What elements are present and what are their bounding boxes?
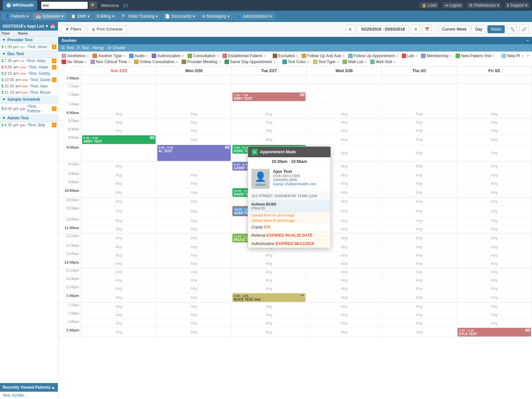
patients-menu[interactable]: 👤 Patients ▾ <box>1 13 32 20</box>
cell-sun-700[interactable] <box>81 75 157 83</box>
cell-mon-1045[interactable]: Any <box>157 217 232 225</box>
cell-fri-715[interactable] <box>457 84 532 92</box>
cell-fri-745[interactable] <box>457 102 532 110</box>
cell-thu-1215[interactable]: Any <box>382 268 457 276</box>
remove-new-pt-button[interactable]: ✕ <box>521 54 524 58</box>
cell-sun-1230[interactable]: Any <box>81 276 157 284</box>
cell-thu-1115[interactable]: Any <box>382 233 457 243</box>
appt-al-test[interactable]: 9:00 - 9:30 AL TEST DT <box>157 145 231 161</box>
cell-wed-815[interactable]: Any <box>307 118 382 126</box>
cell-wed-800[interactable]: Any <box>307 110 382 118</box>
list-item[interactable]: $ 10:30 am new ¹Test, Ajax <box>0 83 58 89</box>
cell-thu-1015[interactable]: Any <box>382 198 457 205</box>
remove-provider-meeting-button[interactable]: ✕ <box>218 60 221 64</box>
cell-thu-800[interactable]: Any <box>382 110 457 118</box>
cell-mon-815[interactable]: Any <box>157 118 232 126</box>
remove-consultation-button[interactable]: ✕ <box>216 54 219 58</box>
cell-sun-900[interactable] <box>81 145 157 161</box>
recently-viewed-item[interactable]: Test, Achille ... <box>0 392 58 399</box>
remove-follow-up-appt-button[interactable]: ✕ <box>396 54 398 58</box>
cell-thu-830[interactable]: Any <box>382 127 457 135</box>
cell-tue-800[interactable]: Any <box>232 110 307 118</box>
cell-thu-915[interactable]: Any <box>382 162 457 171</box>
cell-tue-715[interactable] <box>232 84 307 92</box>
cell-fri-1145[interactable]: Any <box>457 251 532 259</box>
cell-thu-1045[interactable]: Any <box>382 217 457 225</box>
list-item[interactable]: $ 9:00 am new ¹Test, Hope ≡ <box>0 64 58 70</box>
cell-thu-200[interactable]: Any <box>382 328 457 337</box>
note-icon[interactable]: ≡ <box>52 45 57 49</box>
cell-mon-915[interactable] <box>157 162 232 171</box>
cell-sun-130[interactable]: Any <box>81 311 157 319</box>
cell-mon-830[interactable]: Any <box>157 127 232 135</box>
cell-fri-1100[interactable]: Any <box>457 225 532 233</box>
upload-front-card-link[interactable]: Upload front of card image <box>248 212 331 218</box>
cell-mon-1100[interactable]: Any <box>157 225 232 233</box>
cell-fri-700[interactable] <box>457 75 532 83</box>
remove-new-patient-visit-button[interactable]: ✕ <box>492 54 495 58</box>
cell-sun-1115[interactable]: Any <box>81 233 157 243</box>
cell-sun-915[interactable]: Any <box>81 162 157 171</box>
cell-wed-715[interactable] <box>307 84 382 92</box>
cell-sun-715[interactable] <box>81 84 157 92</box>
week-view-button[interactable]: Week <box>487 25 505 33</box>
cell-mon-745[interactable] <box>157 102 232 110</box>
cell-sun-730[interactable] <box>81 92 157 101</box>
cell-mon-200[interactable]: Any <box>157 328 232 337</box>
calendar-picker-button[interactable]: 📅 <box>422 25 432 34</box>
cell-mon-845[interactable]: Any <box>157 135 232 144</box>
print-schedule-button[interactable]: 🖨 Print Schedule <box>88 25 126 33</box>
upload-photo-link[interactable]: upload <box>255 183 265 187</box>
cell-sun-1015[interactable]: Any <box>81 198 157 205</box>
cell-thu-1245[interactable]: Any <box>382 285 457 293</box>
cell-tue-1145[interactable]: Any <box>232 251 307 259</box>
cell-fri-815[interactable]: Any <box>457 118 532 126</box>
upload-back-card-link[interactable]: Upload back of card image <box>248 218 331 223</box>
cell-thu-100[interactable]: Any <box>382 293 457 302</box>
remove-another-type-button[interactable]: ✕ <box>123 54 126 58</box>
cell-fri-1000[interactable]: Any <box>457 188 532 197</box>
cell-fri-845[interactable]: Any <box>457 135 532 144</box>
cell-tue-145[interactable]: Any <box>232 319 307 327</box>
cell-sun-830[interactable]: Any <box>81 127 157 135</box>
cell-fri-900[interactable]: Any <box>457 145 532 161</box>
list-item[interactable]: $ 7:30 am est ²Test, Abby ≡ <box>0 58 58 64</box>
calendar-icon[interactable]: 📅 <box>50 24 55 29</box>
remove-authorization-button[interactable]: ✕ <box>182 54 184 58</box>
cell-tue-730[interactable]: 7:30 - 7:45 ABBY TEST DT <box>232 92 307 101</box>
cell-sun-1030[interactable]: Any <box>81 206 157 216</box>
preferences-button[interactable]: ⚙ Preferences ▾ <box>467 2 501 8</box>
documents-menu[interactable]: 📄 Documents ▾ <box>162 13 198 20</box>
logout-button[interactable]: ➜ Logout <box>443 2 464 8</box>
messaging-menu[interactable]: ✉ Messaging ▾ <box>199 13 233 20</box>
remove-non-clinical-button[interactable]: ✕ <box>128 60 131 64</box>
cell-thu-945[interactable]: Any <box>382 180 457 188</box>
cell-wed-1245[interactable]: Any <box>307 285 382 293</box>
cell-fri-830[interactable]: Any <box>457 127 532 135</box>
note-icon[interactable]: ≡ <box>52 59 57 63</box>
cell-wed-130[interactable]: Any <box>307 311 382 319</box>
cell-thu-900[interactable]: Any <box>382 145 457 161</box>
remove-excluded-button[interactable]: ✕ <box>296 54 298 58</box>
cell-mon-700[interactable] <box>157 75 232 83</box>
cell-mon-1145[interactable]: Any <box>157 251 232 259</box>
cell-thu-700[interactable] <box>382 75 457 83</box>
filter-icon[interactable]: ▼ <box>45 24 49 29</box>
cell-mon-1115[interactable]: Any <box>157 233 232 243</box>
note-icon[interactable]: ≡ <box>52 65 57 69</box>
list-item[interactable]: $ 1:00 pm ocn ²Test, Alice¹ ≡ <box>0 44 58 50</box>
cell-mon-145[interactable]: Any <box>157 319 232 327</box>
current-week-button[interactable]: Current Week <box>438 25 470 33</box>
list-item[interactable]: $ 11:15 am new ²Test, Bruce <box>0 89 58 96</box>
cell-mon-100[interactable]: Any <box>157 293 232 302</box>
cell-fri-1015[interactable]: Any <box>457 198 532 205</box>
cell-sun-945[interactable]: Any <box>81 180 157 188</box>
remove-follow-up-aud-button[interactable]: ✕ <box>342 54 345 58</box>
list-item[interactable]: $ 6:00 pm gnp ²Test, Patricia ≡ <box>0 103 58 114</box>
note-icon[interactable]: ≡ <box>52 77 57 82</box>
cell-sun-845[interactable]: 8:45 - 9:00 ABBY TEST DT <box>81 135 157 144</box>
cell-fri-1130[interactable]: Any <box>457 243 532 251</box>
cell-fri-1115[interactable]: Any <box>457 233 532 243</box>
cell-thu-715[interactable] <box>382 84 457 92</box>
cell-sun-930[interactable]: Any <box>81 171 157 179</box>
